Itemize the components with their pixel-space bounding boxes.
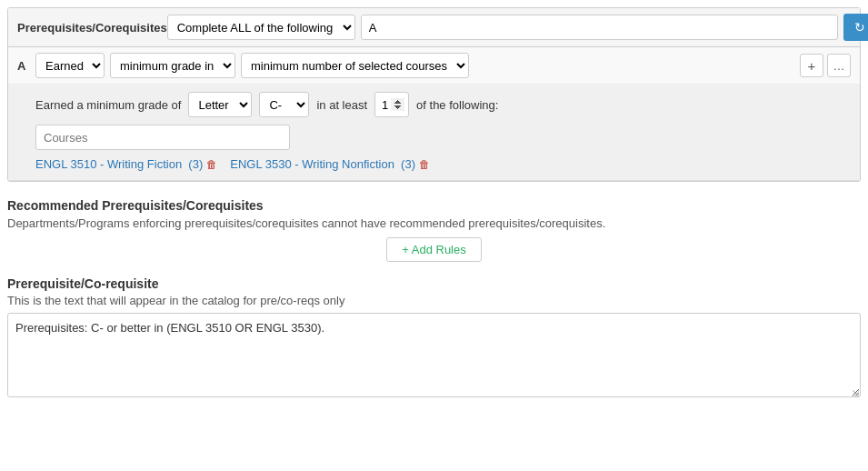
- recommended-section: Recommended Prerequisites/Corequisites D…: [0, 189, 868, 267]
- earned-dropdown[interactable]: Earned: [35, 53, 105, 78]
- course-tags-list: ENGL 3510 - Writing Fiction (3) 🗑 ENGL 3…: [35, 157, 847, 171]
- grade-prefix-label: Earned a minimum grade of: [35, 98, 181, 112]
- update-logic-button[interactable]: ↻ Update Logic: [843, 14, 868, 41]
- grade-row: Earned a minimum grade of Letter C- in a…: [35, 92, 847, 117]
- min-grade-dropdown[interactable]: minimum grade in: [110, 53, 235, 78]
- recommended-title: Recommended Prerequisites/Corequisites: [7, 198, 861, 213]
- delete-engl3530-icon[interactable]: 🗑: [419, 158, 430, 171]
- prereq-section-title: Prerequisites/Corequisites: [17, 21, 167, 35]
- recommended-desc: Departments/Programs enforcing prerequis…: [7, 216, 861, 230]
- count-input[interactable]: [375, 95, 408, 115]
- header-controls: Complete ALL of the following ↻ Update L…: [167, 14, 868, 41]
- prereq-header: Prerequisites/Corequisites Complete ALL …: [8, 8, 860, 47]
- coreq-desc: This is the text that will appear in the…: [7, 294, 861, 307]
- course-tag-engl3510[interactable]: ENGL 3510 - Writing Fiction (3) 🗑: [35, 157, 217, 171]
- course-tag-label-engl3530: ENGL 3530 - Writing Nonfiction (3): [230, 157, 415, 171]
- coreq-title: Prerequisite/Co-requisite: [7, 276, 861, 291]
- logic-text-input[interactable]: [361, 15, 838, 40]
- add-rules-button[interactable]: + Add Rules: [386, 237, 481, 262]
- grade-type-select[interactable]: Letter: [188, 92, 252, 117]
- resize-handle-icon: ⇲: [852, 388, 859, 398]
- count-input-wrapper: [374, 92, 409, 117]
- prereq-coreq-section: Prerequisites/Corequisites Complete ALL …: [7, 7, 861, 182]
- course-tag-engl3530[interactable]: ENGL 3530 - Writing Nonfiction (3) 🗑: [230, 157, 430, 171]
- more-options-button[interactable]: …: [827, 54, 851, 77]
- add-rule-button[interactable]: +: [800, 54, 823, 77]
- min-courses-dropdown[interactable]: minimum number of selected courses: [241, 53, 469, 78]
- of-following-label: of the following:: [416, 98, 498, 112]
- rule-row-a: A Earned minimum grade in minimum number…: [8, 47, 860, 85]
- coreq-section: Prerequisite/Co-requisite This is the te…: [0, 267, 868, 406]
- sub-rule-content: Earned a minimum grade of Letter C- in a…: [8, 85, 860, 181]
- grade-value-select[interactable]: C-: [259, 92, 309, 117]
- rule-label: A: [17, 59, 30, 73]
- add-rules-btn-wrap: + Add Rules: [7, 237, 861, 262]
- course-tag-label-engl3510: ENGL 3510 - Writing Fiction (3): [35, 157, 203, 171]
- coreq-textarea[interactable]: [7, 313, 861, 397]
- in-at-least-label: in at least: [316, 98, 367, 112]
- add-rules-label: + Add Rules: [402, 243, 465, 256]
- delete-engl3510-icon[interactable]: 🗑: [206, 158, 217, 171]
- rule-actions: + …: [800, 54, 851, 77]
- courses-search-input[interactable]: [35, 125, 290, 150]
- coreq-textarea-wrapper: ⇲: [7, 313, 861, 400]
- logic-dropdown[interactable]: Complete ALL of the following: [167, 15, 355, 40]
- refresh-icon: ↻: [854, 20, 865, 35]
